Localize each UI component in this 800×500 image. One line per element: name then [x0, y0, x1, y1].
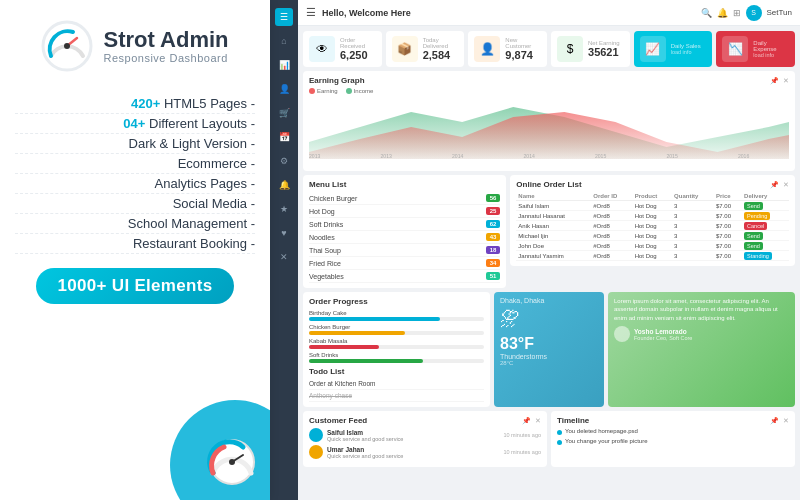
- stat-card-2: 👤 New Customer 9,874: [468, 31, 547, 67]
- weather-location: Dhaka, Dhaka: [500, 297, 598, 304]
- feedback-card: Lorem ipsum dolor sit amet, consectetur …: [608, 292, 795, 407]
- svg-marker-7: [309, 112, 789, 159]
- legend-income-label: Income: [354, 88, 374, 94]
- sidebar-icon-menu[interactable]: ☰: [275, 8, 293, 26]
- sidebar-icon-settings[interactable]: ⚙: [275, 152, 293, 170]
- svg-text:2015: 2015: [595, 153, 607, 159]
- feature-item-0: 420+ HTML5 Pages -: [15, 94, 255, 114]
- stat-icon-0: 👁: [309, 36, 335, 62]
- topbar-grid-icon[interactable]: ⊞: [733, 8, 741, 18]
- topbar-bell-icon[interactable]: 🔔: [717, 8, 728, 18]
- stat-label-0: Order Received: [340, 37, 376, 49]
- sidebar-icon-close[interactable]: ✕: [275, 248, 293, 266]
- db-sidebar: ☰ ⌂ 📊 👤 🛒 📅 ⚙ 🔔 ★ ♥ ✕: [270, 0, 298, 500]
- customer-avatar-1: [309, 445, 323, 459]
- stat-icon-3: $: [557, 36, 583, 62]
- customer-close-icon[interactable]: ✕: [535, 417, 541, 425]
- todo-item-1: Anthony chase: [309, 390, 484, 402]
- earning-close-icon[interactable]: ✕: [783, 77, 789, 85]
- progress-card: Order Progress Birthday Cake Chicken Bur…: [303, 292, 490, 407]
- sidebar-icon-heart[interactable]: ♥: [275, 224, 293, 242]
- sidebar-icon-cart[interactable]: 🛒: [275, 104, 293, 122]
- customer-pin-icon[interactable]: 📌: [522, 417, 531, 425]
- order-pin-icon[interactable]: 📌: [770, 181, 779, 189]
- weather-sub: 28°C: [500, 360, 598, 366]
- stat-icon-4: 📈: [640, 36, 666, 62]
- sidebar-icon-home[interactable]: ⌂: [275, 32, 293, 50]
- feedback-avatar: [614, 326, 630, 342]
- menu-item-4: Thai Soup 18: [309, 244, 500, 257]
- stat-label-2: New Customer: [505, 37, 541, 49]
- col-right: Online Order List 📌 ✕ Name Order ID: [510, 175, 795, 288]
- sidebar-icon-chart[interactable]: 📊: [275, 56, 293, 74]
- progress-item-3: Soft Drinks: [309, 352, 484, 363]
- customer-avatar-0: [309, 428, 323, 442]
- topbar-icons: 🔍 🔔 ⊞ S SetTun: [701, 5, 793, 21]
- chart-legend: Earning Income: [309, 88, 789, 94]
- weather-desc: Thunderstorms: [500, 353, 598, 360]
- small-gauge-icon: [205, 435, 260, 490]
- svg-point-5: [229, 459, 235, 465]
- sidebar-icon-calendar[interactable]: 📅: [275, 128, 293, 146]
- col-name: Name: [516, 192, 591, 201]
- order-row-0: Saiful Islam #Ord8 Hot Dog 3 $7.00 Send: [516, 201, 789, 211]
- svg-text:2016: 2016: [738, 153, 750, 159]
- sidebar-icon-user[interactable]: 👤: [275, 80, 293, 98]
- earning-pin-icon[interactable]: 📌: [770, 77, 779, 85]
- customer-item-1: Umar Jahan Quick service and good servic…: [309, 445, 541, 459]
- promo-title: Strot Admin: [103, 28, 228, 52]
- customer-name-0: Saiful Islam: [327, 429, 499, 436]
- order-row-5: Jannatul Yasmim #Ord8 Hot Dog 3 $7.00 St…: [516, 251, 789, 261]
- timeline-pin-icon[interactable]: 📌: [770, 417, 779, 425]
- order-row-3: Michael Ijin #Ord8 Hot Dog 3 $7.00 Send: [516, 231, 789, 241]
- timeline-close-icon[interactable]: ✕: [783, 417, 789, 425]
- timeline-dot-0: [557, 430, 562, 435]
- menu-item-2: Soft Drinks 62: [309, 218, 500, 231]
- customer-name-1: Umar Jahan: [327, 446, 499, 453]
- legend-income-dot: [346, 88, 352, 94]
- sidebar-icon-bell[interactable]: 🔔: [275, 176, 293, 194]
- svg-text:2014: 2014: [523, 153, 535, 159]
- timeline-text-1: You change your profile picture: [565, 438, 648, 444]
- stat-value-0: 6,250: [340, 49, 376, 61]
- feedback-role: Founder Ceo, Soft Core: [634, 335, 692, 341]
- progress-item-2: Kabab Masala: [309, 338, 484, 349]
- stats-row: 👁 Order Received 6,250 📦 Today Delivered…: [303, 31, 795, 67]
- last-row: Customer Feed 📌 ✕ Saiful Islam Quick ser…: [303, 411, 795, 467]
- legend-earning-dot: [309, 88, 315, 94]
- two-col-section: Menu List Chicken Burger 56 Hot Dog 25 S…: [303, 175, 795, 288]
- progress-item-0: Birthday Cake: [309, 310, 484, 321]
- topbar-avatar[interactable]: S: [746, 5, 762, 21]
- promo-badge: 1000+ UI Elements: [36, 268, 235, 304]
- order-row-4: John Doe #Ord8 Hot Dog 3 $7.00 Send: [516, 241, 789, 251]
- topbar-search-icon[interactable]: 🔍: [701, 8, 712, 18]
- stat-label-1: Today Delivered: [423, 37, 459, 49]
- order-list-card: Online Order List 📌 ✕ Name Order ID: [510, 175, 795, 266]
- feedback-author: Yosho Lemorado: [634, 328, 692, 335]
- earning-title: Earning Graph: [309, 76, 365, 85]
- timeline-dot-1: [557, 440, 562, 445]
- feature-item-4: Analytics Pages -: [15, 174, 255, 194]
- weather-card: Dhaka, Dhaka ⛈ 83°F Thunderstorms 28°C: [494, 292, 604, 407]
- timeline-text-0: You deleted homepage.psd: [565, 428, 638, 434]
- timeline-card: Timeline 📌 ✕ You deleted homepage.psd: [551, 411, 795, 467]
- feature-item-1: 04+ Different Layouts -: [15, 114, 255, 134]
- timeline-item-0: You deleted homepage.psd: [557, 428, 789, 435]
- menu-item-3: Noodles 43: [309, 231, 500, 244]
- stat-card-0: 👁 Order Received 6,250: [303, 31, 382, 67]
- order-list-title: Online Order List: [516, 180, 581, 189]
- earning-chart: 2013 2013 2014 2014 2015 2015 2016: [309, 97, 789, 159]
- feature-item-2: Dark & Light Version -: [15, 134, 255, 154]
- topbar-hello: Hello, Welcome Here: [322, 8, 695, 18]
- svg-text:2015: 2015: [666, 153, 678, 159]
- stat-value-1: 2,584: [423, 49, 459, 61]
- order-row-2: Anik Hasan #Ord8 Hot Dog 3 $7.00 Cancel: [516, 221, 789, 231]
- order-table: Name Order ID Product Quantity Price Del…: [516, 192, 789, 261]
- svg-point-2: [64, 43, 70, 49]
- dashboard-panel: ☰ ⌂ 📊 👤 🛒 📅 ⚙ 🔔 ★ ♥ ✕ ☰ Hello, Welcome H…: [270, 0, 800, 500]
- progress-title: Order Progress: [309, 297, 484, 306]
- col-left: Menu List Chicken Burger 56 Hot Dog 25 S…: [303, 175, 506, 288]
- topbar-menu-icon[interactable]: ☰: [306, 6, 316, 19]
- sidebar-icon-star[interactable]: ★: [275, 200, 293, 218]
- order-close-icon[interactable]: ✕: [783, 181, 789, 189]
